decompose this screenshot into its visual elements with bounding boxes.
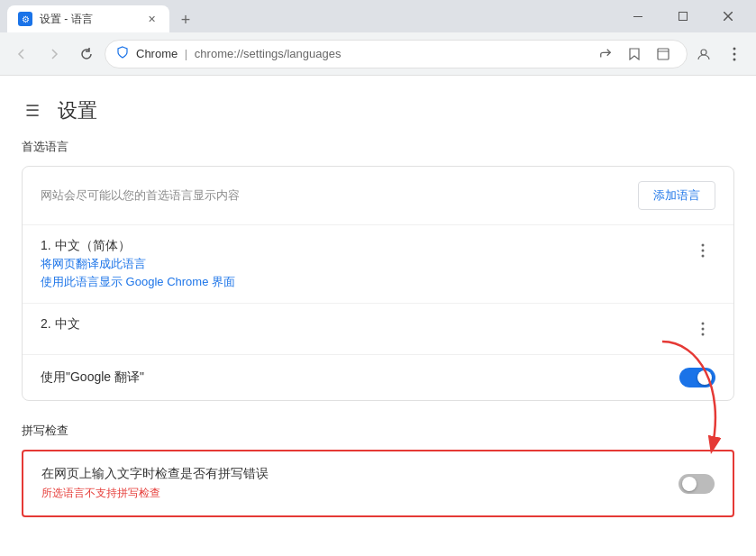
translate-toggle-slider [679,368,715,387]
lang2-name-text: 中文 [55,316,80,331]
spellcheck-toggle[interactable] [679,474,715,494]
svg-rect-5 [658,49,669,59]
add-language-button[interactable]: 添加语言 [638,181,715,210]
svg-point-9 [733,52,736,55]
minimize-button[interactable] [617,0,659,32]
lang1-name: 1. 中文（简体） [41,238,235,254]
svg-rect-0 [633,16,642,17]
tab-bar: ⚙ 设置 - 语言 ✕ + [7,0,617,32]
active-tab[interactable]: ⚙ 设置 - 语言 ✕ [7,5,169,32]
new-tab-button[interactable]: + [173,7,198,32]
lang2-info: 2. 中文 [41,316,80,333]
language-item-2: 2. 中文 [23,304,733,355]
spellcheck-sub-text: 所选语言不支持拼写检查 [41,486,269,501]
address-text: Chrome | chrome://settings/languages [136,47,586,60]
translate-row: 使用"Google 翻译" [23,355,733,400]
svg-point-15 [702,328,705,331]
svg-point-8 [733,47,736,50]
close-button[interactable] [707,0,749,32]
hamburger-menu-icon[interactable]: ☰ [22,97,43,124]
settings-page: ☰ 设置 首选语言 网站会尽可能以您的首选语言显示内容 添加语言 1. 中文（简… [0,76,756,556]
spellcheck-card-wrapper: 在网页上输入文字时检查是否有拼写错误 所选语言不支持拼写检查 [22,450,734,517]
lang1-number: 1. [41,238,51,252]
tab-favicon: ⚙ [18,12,32,26]
svg-point-12 [702,250,705,252]
svg-point-10 [733,58,736,60]
page-title: 设置 [58,97,97,124]
translate-toggle[interactable] [679,368,715,387]
spellcheck-text: 在网页上输入文字时检查是否有拼写错误 所选语言不支持拼写检查 [41,466,269,501]
preferred-lang-section-title: 首选语言 [22,139,734,155]
spellcheck-main-text: 在网页上输入文字时检查是否有拼写错误 [41,466,269,482]
address-action-icons [593,41,676,67]
address-bar[interactable]: Chrome | chrome://settings/languages [105,40,688,68]
svg-point-14 [702,323,705,325]
tab-title: 设置 - 语言 [40,12,93,27]
spellcheck-card: 在网页上输入文字时检查是否有拼写错误 所选语言不支持拼写检查 [22,450,734,517]
svg-point-13 [702,255,705,258]
translate-label: 使用"Google 翻译" [41,369,144,386]
card-description: 网站会尽可能以您的首选语言显示内容 [41,187,240,204]
window-controls [617,0,749,32]
spellcheck-toggle-slider [679,474,715,494]
card-header: 网站会尽可能以您的首选语言显示内容 添加语言 [23,167,733,225]
svg-point-7 [701,50,706,55]
lang2-number: 2. [41,316,51,331]
lang1-name-text: 中文（简体） [55,238,131,252]
share-button[interactable] [593,41,618,67]
lang1-translate-action[interactable]: 将网页翻译成此语言 [41,256,235,272]
spellcheck-section-title: 拼写检查 [22,423,734,439]
svg-rect-1 [679,13,688,21]
addressbar: Chrome | chrome://settings/languages [0,32,756,76]
maximize-button[interactable] [662,0,704,32]
reload-button[interactable] [72,40,101,68]
bookmark-button[interactable] [622,41,647,67]
lang1-ui-action[interactable]: 使用此语言显示 Google Chrome 界面 [41,274,235,290]
titlebar: ⚙ 设置 - 语言 ✕ + [0,0,756,32]
chrome-menu-button[interactable] [720,40,749,68]
window-button[interactable] [651,41,676,67]
language-card: 网站会尽可能以您的首选语言显示内容 添加语言 1. 中文（简体） 将网页翻译成此… [22,166,734,401]
security-icon [116,46,129,61]
back-button[interactable] [7,40,36,68]
lang2-more-menu-button[interactable] [690,316,715,342]
profile-button[interactable] [691,41,716,67]
lang2-name: 2. 中文 [41,316,80,333]
lang1-more-menu-button[interactable] [690,238,715,263]
tab-close-button[interactable]: ✕ [144,12,159,26]
svg-point-11 [702,244,705,247]
chrome-label: Chrome [136,47,178,60]
svg-marker-4 [630,49,639,59]
url-text: chrome://settings/languages [195,47,342,60]
spellcheck-section: 拼写检查 在网页上输入文字时检查是否有拼写错误 所选语言不支持拼写检查 [22,423,734,517]
address-separator: | [181,47,191,60]
settings-header: ☰ 设置 [0,90,756,139]
svg-point-16 [702,333,705,336]
language-item-1: 1. 中文（简体） 将网页翻译成此语言 使用此语言显示 Google Chrom… [23,225,733,304]
forward-button[interactable] [40,40,68,68]
settings-content: 首选语言 网站会尽可能以您的首选语言显示内容 添加语言 1. 中文（简体） 将网… [0,139,756,517]
lang1-info: 1. 中文（简体） 将网页翻译成此语言 使用此语言显示 Google Chrom… [41,238,235,290]
